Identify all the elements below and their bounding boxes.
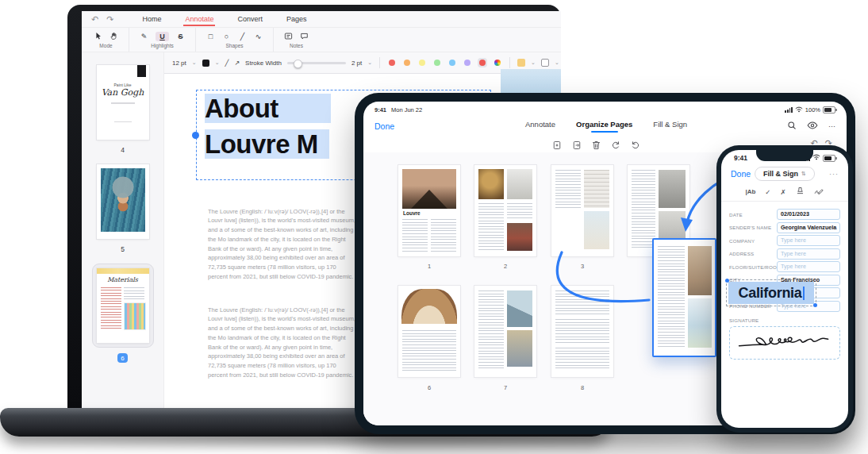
selection-handle[interactable]: [192, 132, 199, 139]
selected-page-badge: 6: [117, 353, 127, 363]
thumbnail-page-5[interactable]: [97, 164, 149, 239]
school-of-athens-photo: [401, 289, 457, 324]
page-label: 6: [398, 384, 460, 391]
floor-suite-room-field[interactable]: Type here: [777, 261, 840, 272]
grid-page-8[interactable]: [551, 286, 613, 377]
redo-icon[interactable]: ↷: [106, 14, 113, 25]
rotate-cw-icon[interactable]: [611, 139, 620, 153]
grid-page-3[interactable]: [551, 165, 613, 256]
grid-page-1[interactable]: Louvre: [398, 165, 460, 256]
highlight-band: [97, 268, 149, 274]
comment-bubble-icon[interactable]: [300, 32, 309, 41]
pen-icon[interactable]: ✎: [140, 32, 148, 41]
signature-label: SIGNATURE: [729, 317, 840, 323]
underline-icon[interactable]: U: [156, 32, 169, 41]
tab-organize-pages[interactable]: Organize Pages: [576, 120, 632, 133]
done-button[interactable]: Done: [731, 169, 751, 179]
tool-group-label: Notes: [290, 43, 303, 48]
cross-tool-icon[interactable]: ✗: [780, 188, 785, 196]
annotate-toolbar: Mode ✎ U S Highlights □ ○ ╱ ∿: [82, 28, 561, 52]
color-swatch-purple[interactable]: [464, 60, 470, 66]
active-text-entry[interactable]: California: [728, 282, 814, 304]
stroke-width-value[interactable]: 2 pt: [351, 60, 362, 67]
color-swatch-green[interactable]: [434, 60, 440, 66]
doc-paragraph-1: The Louvre (English: /ˈluːv(rə)/ LOOV(-r…: [208, 207, 357, 283]
color-wheel-swatch[interactable]: [494, 60, 501, 66]
tab-home[interactable]: Home: [140, 12, 163, 26]
tab-fill-sign[interactable]: Fill & Sign: [653, 120, 687, 129]
thumbnail-page-6[interactable]: Materials: [97, 268, 149, 343]
stamp-tool-icon[interactable]: [796, 187, 805, 197]
export-page-icon[interactable]: [572, 139, 582, 153]
border-color-swatch[interactable]: [541, 59, 549, 67]
line-tool-icon[interactable]: ╱: [225, 60, 229, 67]
color-swatch-red[interactable]: [389, 60, 395, 66]
more-icon[interactable]: ···: [828, 122, 835, 130]
stroke-width-slider[interactable]: [287, 62, 346, 64]
checkmark-tool-icon[interactable]: ✓: [765, 188, 770, 196]
grid-page-2[interactable]: [474, 165, 536, 256]
ellipse-icon[interactable]: ○: [222, 32, 231, 41]
insert-page-icon[interactable]: [552, 139, 562, 153]
more-icon[interactable]: ···: [829, 170, 839, 178]
rectangle-icon[interactable]: □: [206, 32, 215, 41]
color-swatch-orange[interactable]: [404, 60, 410, 66]
tab-annotate[interactable]: Annotate: [525, 120, 555, 129]
field-label: SENDER'S NAME: [729, 225, 777, 230]
mode-selector[interactable]: Fill & Sign ⇅: [755, 167, 815, 181]
field-label: FLOOR/SUITE/ROOM: [729, 264, 777, 270]
font-size-select[interactable]: 12 pt: [172, 60, 186, 67]
signature-field[interactable]: [729, 326, 840, 360]
hand-icon[interactable]: [109, 32, 118, 41]
grid-page-7[interactable]: [474, 286, 536, 377]
delete-page-icon[interactable]: [592, 139, 601, 153]
resize-handle[interactable]: [813, 303, 817, 307]
form-row: SENDER'S NAME Georgina Valenzuela: [729, 221, 840, 235]
page1-title: Louvre: [403, 210, 455, 216]
undo-icon[interactable]: ↶: [91, 14, 98, 25]
dragged-page[interactable]: [652, 238, 716, 357]
rotate-ccw-icon[interactable]: [631, 139, 640, 153]
text-color-swatch[interactable]: [202, 60, 209, 67]
tab-pages[interactable]: Pages: [285, 12, 309, 26]
view-settings-icon[interactable]: [807, 121, 818, 131]
color-swatch-yellow[interactable]: [419, 60, 425, 66]
fill-sign-form: DATE 02/01/2023 SENDER'S NAME Georgina V…: [721, 202, 848, 360]
search-icon[interactable]: [787, 121, 797, 132]
tab-convert[interactable]: Convert: [236, 12, 264, 26]
thumbnail-page-4[interactable]: Paint Like Van Gogh: [97, 65, 149, 140]
sender-name-field[interactable]: Georgina Valenzuela: [777, 222, 840, 233]
page-label: 1: [398, 263, 460, 270]
color-swatch-selected[interactable]: [479, 60, 486, 66]
color-swatch-blue[interactable]: [449, 60, 455, 66]
text-tool-icon[interactable]: |Ab: [745, 188, 755, 195]
wifi-icon: [795, 106, 803, 114]
text-note-icon[interactable]: [284, 32, 293, 41]
tool-group-highlights: ✎ U S Highlights: [129, 28, 196, 52]
cellular-icon: [785, 107, 792, 113]
gold-statue-photo: [478, 169, 504, 199]
van-gogh-portrait: [101, 168, 145, 232]
done-button[interactable]: Done: [374, 121, 394, 131]
materials-title: Materials: [97, 276, 149, 283]
arrow-tool-icon[interactable]: ↗: [234, 60, 240, 67]
address-field[interactable]: Type here: [777, 248, 840, 260]
window-tab-bar: ↶ ↷ Home Annotate Convert Pages: [82, 11, 561, 28]
company-field[interactable]: Type here: [777, 235, 840, 246]
signature-tool-icon[interactable]: [814, 187, 824, 197]
grid-page-6[interactable]: [398, 286, 460, 377]
tab-annotate[interactable]: Annotate: [183, 12, 215, 26]
louvre-pyramid-photo: [402, 169, 456, 209]
line-icon[interactable]: ╱: [238, 32, 247, 41]
iphone-notch: [756, 150, 813, 161]
cursor-icon[interactable]: [94, 32, 102, 41]
date-field[interactable]: 02/01/2023: [777, 209, 840, 220]
freehand-icon[interactable]: ∿: [254, 32, 263, 41]
strikethrough-icon[interactable]: S: [176, 32, 185, 41]
chevron-down-icon: ⌄: [367, 60, 372, 66]
battery-icon: [823, 106, 835, 114]
fill-color-swatch[interactable]: [517, 59, 525, 67]
resize-handle[interactable]: [725, 279, 729, 283]
page-number: 4: [121, 146, 125, 154]
winged-victory-photo: [507, 169, 532, 199]
